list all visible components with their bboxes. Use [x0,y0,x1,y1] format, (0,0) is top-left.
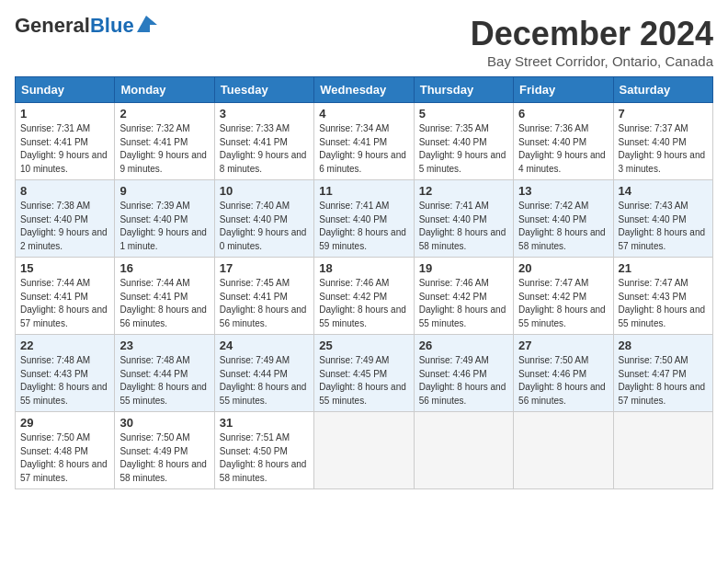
day-number: 11 [319,184,408,198]
calendar-cell: 21Sunrise: 7:47 AMSunset: 4:43 PMDayligh… [613,258,712,335]
weekday-header-friday: Friday [514,77,613,103]
day-number: 23 [119,339,209,352]
logo-text: GeneralBlue [15,15,134,37]
day-info: Sunrise: 7:39 AMSunset: 4:40 PMDaylight:… [119,200,209,253]
day-info: Sunrise: 7:48 AMSunset: 4:43 PMDaylight:… [20,354,109,408]
day-number: 29 [20,416,109,430]
day-info: Sunrise: 7:49 AMSunset: 4:44 PMDaylight:… [220,354,309,408]
title-block: December 2024 Bay Street Corridor, Ontar… [471,15,713,69]
day-info: Sunrise: 7:46 AMSunset: 4:42 PMDaylight:… [319,277,408,330]
day-info: Sunrise: 7:37 AMSunset: 4:40 PMDaylight:… [619,122,708,176]
day-number: 17 [220,261,309,275]
day-info: Sunrise: 7:48 AMSunset: 4:44 PMDaylight:… [119,354,209,408]
calendar-cell: 11Sunrise: 7:41 AMSunset: 4:40 PMDayligh… [314,180,414,258]
day-number: 6 [518,107,608,121]
day-number: 19 [419,261,508,275]
day-info: Sunrise: 7:32 AMSunset: 4:41 PMDaylight:… [119,122,209,176]
location-subtitle: Bay Street Corridor, Ontario, Canada [471,53,713,69]
calendar-cell: 1Sunrise: 7:31 AMSunset: 4:41 PMDaylight… [16,103,115,180]
day-info: Sunrise: 7:40 AMSunset: 4:40 PMDaylight:… [220,200,309,253]
day-info: Sunrise: 7:41 AMSunset: 4:40 PMDaylight:… [419,200,508,253]
day-number: 12 [419,184,508,198]
day-info: Sunrise: 7:49 AMSunset: 4:46 PMDaylight:… [419,354,508,408]
day-number: 7 [619,107,708,121]
calendar-cell: 6Sunrise: 7:36 AMSunset: 4:40 PMDaylight… [514,103,613,180]
day-info: Sunrise: 7:47 AMSunset: 4:43 PMDaylight:… [619,277,708,330]
day-number: 16 [119,261,209,275]
day-info: Sunrise: 7:33 AMSunset: 4:41 PMDaylight:… [220,122,309,176]
day-number: 15 [20,261,109,275]
day-number: 30 [119,416,209,430]
calendar-cell: 8Sunrise: 7:38 AMSunset: 4:40 PMDaylight… [16,180,115,258]
calendar-cell [514,412,613,489]
calendar-cell: 5Sunrise: 7:35 AMSunset: 4:40 PMDaylight… [414,103,513,180]
calendar-cell: 7Sunrise: 7:37 AMSunset: 4:40 PMDaylight… [613,103,712,180]
header: GeneralBlue December 2024 Bay Street Cor… [15,15,713,69]
day-number: 31 [220,416,309,430]
calendar-cell: 18Sunrise: 7:46 AMSunset: 4:42 PMDayligh… [314,258,414,335]
weekday-header-wednesday: Wednesday [314,77,414,103]
calendar-cell [314,412,414,489]
calendar-cell: 14Sunrise: 7:43 AMSunset: 4:40 PMDayligh… [613,180,712,258]
day-number: 25 [319,339,408,352]
day-info: Sunrise: 7:41 AMSunset: 4:40 PMDaylight:… [319,200,408,253]
calendar-cell: 29Sunrise: 7:50 AMSunset: 4:48 PMDayligh… [16,412,115,489]
logo-icon [137,16,157,32]
day-number: 3 [220,107,309,121]
weekday-header-row: SundayMondayTuesdayWednesdayThursdayFrid… [16,77,713,103]
day-number: 22 [20,339,109,352]
day-info: Sunrise: 7:43 AMSunset: 4:40 PMDaylight:… [619,200,708,253]
day-info: Sunrise: 7:51 AMSunset: 4:50 PMDaylight:… [220,431,309,485]
calendar-week-5: 29Sunrise: 7:50 AMSunset: 4:48 PMDayligh… [16,412,713,489]
calendar-cell: 25Sunrise: 7:49 AMSunset: 4:45 PMDayligh… [314,335,414,412]
calendar-cell: 4Sunrise: 7:34 AMSunset: 4:41 PMDaylight… [314,103,414,180]
day-number: 4 [319,107,408,121]
calendar-cell: 27Sunrise: 7:50 AMSunset: 4:46 PMDayligh… [514,335,613,412]
day-info: Sunrise: 7:35 AMSunset: 4:40 PMDaylight:… [419,122,508,176]
calendar-cell: 26Sunrise: 7:49 AMSunset: 4:46 PMDayligh… [414,335,513,412]
weekday-header-sunday: Sunday [16,77,115,103]
day-number: 9 [119,184,209,198]
day-number: 1 [20,107,109,121]
weekday-header-thursday: Thursday [414,77,513,103]
day-info: Sunrise: 7:46 AMSunset: 4:42 PMDaylight:… [419,277,508,330]
calendar-week-4: 22Sunrise: 7:48 AMSunset: 4:43 PMDayligh… [16,335,713,412]
calendar-cell: 23Sunrise: 7:48 AMSunset: 4:44 PMDayligh… [115,335,214,412]
calendar-cell: 2Sunrise: 7:32 AMSunset: 4:41 PMDaylight… [115,103,214,180]
day-info: Sunrise: 7:34 AMSunset: 4:41 PMDaylight:… [319,122,408,176]
day-info: Sunrise: 7:42 AMSunset: 4:40 PMDaylight:… [518,200,608,253]
calendar-cell: 9Sunrise: 7:39 AMSunset: 4:40 PMDaylight… [115,180,214,258]
calendar-cell: 31Sunrise: 7:51 AMSunset: 4:50 PMDayligh… [214,412,313,489]
day-info: Sunrise: 7:50 AMSunset: 4:48 PMDaylight:… [20,431,109,485]
calendar-cell [414,412,513,489]
logo: GeneralBlue [15,15,157,37]
day-info: Sunrise: 7:44 AMSunset: 4:41 PMDaylight:… [20,277,109,330]
day-number: 26 [419,339,508,352]
day-info: Sunrise: 7:38 AMSunset: 4:40 PMDaylight:… [20,200,109,253]
calendar-cell: 16Sunrise: 7:44 AMSunset: 4:41 PMDayligh… [115,258,214,335]
day-info: Sunrise: 7:44 AMSunset: 4:41 PMDaylight:… [119,277,209,330]
calendar-cell: 24Sunrise: 7:49 AMSunset: 4:44 PMDayligh… [214,335,313,412]
day-info: Sunrise: 7:47 AMSunset: 4:42 PMDaylight:… [518,277,608,330]
calendar-cell: 13Sunrise: 7:42 AMSunset: 4:40 PMDayligh… [514,180,613,258]
day-number: 27 [518,339,608,352]
day-info: Sunrise: 7:36 AMSunset: 4:40 PMDaylight:… [518,122,608,176]
day-number: 8 [20,184,109,198]
day-number: 14 [619,184,708,198]
day-info: Sunrise: 7:50 AMSunset: 4:46 PMDaylight:… [518,354,608,408]
calendar-week-3: 15Sunrise: 7:44 AMSunset: 4:41 PMDayligh… [16,258,713,335]
day-number: 21 [619,261,708,275]
day-number: 28 [619,339,708,352]
calendar-cell: 30Sunrise: 7:50 AMSunset: 4:49 PMDayligh… [115,412,214,489]
calendar-cell: 19Sunrise: 7:46 AMSunset: 4:42 PMDayligh… [414,258,513,335]
day-number: 20 [518,261,608,275]
day-number: 2 [119,107,209,121]
calendar-cell: 15Sunrise: 7:44 AMSunset: 4:41 PMDayligh… [16,258,115,335]
weekday-header-saturday: Saturday [613,77,712,103]
calendar-cell: 12Sunrise: 7:41 AMSunset: 4:40 PMDayligh… [414,180,513,258]
calendar-cell [613,412,712,489]
day-info: Sunrise: 7:31 AMSunset: 4:41 PMDaylight:… [20,122,109,176]
day-info: Sunrise: 7:50 AMSunset: 4:49 PMDaylight:… [119,431,209,485]
day-number: 13 [518,184,608,198]
calendar-cell: 17Sunrise: 7:45 AMSunset: 4:41 PMDayligh… [214,258,313,335]
